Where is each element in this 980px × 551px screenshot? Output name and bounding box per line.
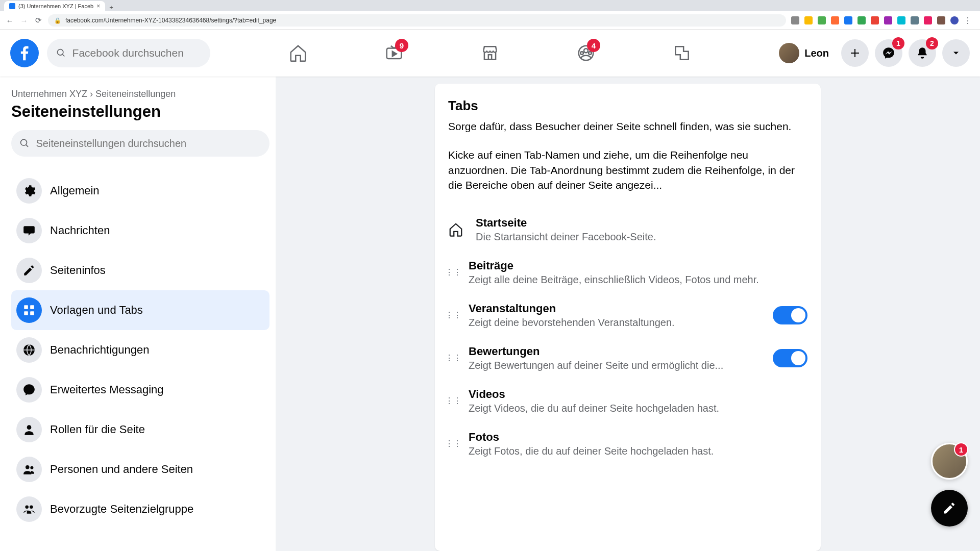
facebook-header: 9 4 Leon 1 2 xyxy=(0,30,980,77)
plus-icon xyxy=(849,47,861,59)
profile-name: Leon xyxy=(804,47,829,59)
tab-row-videos[interactable]: ⋮⋮ Videos Zeigt Videos, die du auf deine… xyxy=(448,380,807,422)
card-heading: Tabs xyxy=(448,98,807,114)
drag-handle-icon[interactable]: ⋮⋮ xyxy=(448,271,458,274)
ext-icon[interactable] xyxy=(924,16,932,24)
chat-icon xyxy=(16,218,42,243)
tab-row-veranstaltungen[interactable]: ⋮⋮ Veranstaltungen Zeigt deine bevorsteh… xyxy=(448,294,807,337)
nav-gaming[interactable] xyxy=(636,35,728,71)
gaming-icon xyxy=(672,43,692,63)
close-tab-icon[interactable]: × xyxy=(96,3,100,10)
sidebar-item-allgemein[interactable]: Allgemein xyxy=(11,171,270,211)
profile-chip[interactable]: Leon xyxy=(773,40,835,66)
svg-rect-12 xyxy=(24,305,28,309)
extension-icons: ⋮ xyxy=(791,16,975,26)
ext-icon[interactable] xyxy=(897,16,905,24)
tab-row-beitraege[interactable]: ⋮⋮ Beiträge Zeigt alle deine Beiträge, e… xyxy=(448,251,807,294)
ext-icon[interactable] xyxy=(911,16,919,24)
ext-icon[interactable] xyxy=(884,16,892,24)
ext-icon[interactable] xyxy=(844,16,852,24)
svg-point-9 xyxy=(589,52,592,55)
floating-new-message-button[interactable] xyxy=(931,490,968,527)
messenger-badge: 1 xyxy=(892,37,904,49)
grid-icon xyxy=(16,297,42,323)
person-icon xyxy=(16,417,42,442)
drag-handle-icon[interactable]: ⋮⋮ xyxy=(448,357,458,360)
drag-handle-icon[interactable]: ⋮⋮ xyxy=(448,399,458,403)
sidebar-item-erweitertes-messaging[interactable]: Erweitertes Messaging xyxy=(11,370,270,410)
ext-icon[interactable] xyxy=(791,16,799,24)
sidebar-item-label: Benachrichtigungen xyxy=(50,343,149,357)
tab-row-bewertungen[interactable]: ⋮⋮ Bewertungen Zeigt Bewertungen auf dei… xyxy=(448,337,807,380)
search-input[interactable] xyxy=(72,47,201,59)
right-nav: Leon 1 2 xyxy=(773,39,970,67)
groups-badge: 4 xyxy=(587,39,600,52)
toggle-switch[interactable] xyxy=(773,349,807,367)
facebook-search[interactable] xyxy=(47,39,210,67)
svg-point-20 xyxy=(25,505,29,509)
breadcrumb: Unternehmen XYZ › Seiteneinstellungen xyxy=(11,89,270,99)
sidebar-item-personen[interactable]: Personen und andere Seiten xyxy=(11,449,270,489)
breadcrumb-page-link[interactable]: Unternehmen XYZ xyxy=(11,89,87,99)
back-button[interactable]: ← xyxy=(5,16,14,25)
globe-icon xyxy=(16,337,42,363)
tabs-card: Tabs Sorge dafür, dass Besucher deiner S… xyxy=(435,84,821,551)
account-menu-button[interactable] xyxy=(942,39,970,67)
address-bar[interactable]: 🔒 facebook.com/Unternehmen-XYZ-104338234… xyxy=(48,14,786,27)
tab-subtitle: Die Startansicht deiner Facebook-Seite. xyxy=(476,231,807,243)
messenger-button[interactable]: 1 xyxy=(875,39,902,67)
nav-watch[interactable]: 9 xyxy=(348,35,440,71)
url-text: facebook.com/Unternehmen-XYZ-10433823463… xyxy=(65,17,276,24)
sidebar-item-label: Seiteninfos xyxy=(50,264,106,277)
sidebar-item-vorlagen-tabs[interactable]: Vorlagen und Tabs xyxy=(11,290,270,330)
messenger-icon xyxy=(882,46,895,60)
forward-button[interactable]: → xyxy=(19,16,29,25)
menu-icon[interactable]: ⋮ xyxy=(964,16,972,26)
ext-icon[interactable] xyxy=(831,16,839,24)
tab-row-startseite[interactable]: Startseite Die Startansicht deiner Faceb… xyxy=(448,208,807,251)
toggle-switch[interactable] xyxy=(773,306,807,324)
card-description: Sorge dafür, dass Besucher deiner Seite … xyxy=(448,119,807,134)
address-row: ← → ⟳ 🔒 facebook.com/Unternehmen-XYZ-104… xyxy=(0,11,980,30)
svg-point-10 xyxy=(21,139,27,145)
ext-icon[interactable] xyxy=(804,16,813,24)
nav-groups[interactable]: 4 xyxy=(540,35,632,71)
new-tab-button[interactable]: + xyxy=(105,4,117,11)
sidebar-item-rollen[interactable]: Rollen für die Seite xyxy=(11,410,270,449)
reload-button[interactable]: ⟳ xyxy=(34,16,43,25)
ext-icon[interactable] xyxy=(818,16,826,24)
sidebar-search[interactable] xyxy=(11,130,270,157)
sidebar-item-seiteninfos[interactable]: Seiteninfos xyxy=(11,251,270,290)
sidebar-search-input[interactable] xyxy=(36,138,261,149)
tab-title: Videos xyxy=(469,388,807,401)
chat-badge: 1 xyxy=(954,442,968,457)
home-icon xyxy=(448,222,465,237)
svg-point-17 xyxy=(27,425,32,430)
tab-title: Beiträge xyxy=(469,259,807,272)
sidebar-item-nachrichten[interactable]: Nachrichten xyxy=(11,211,270,251)
sidebar-item-benachrichtigungen[interactable]: Benachrichtigungen xyxy=(11,330,270,370)
svg-point-19 xyxy=(30,466,33,469)
avatar xyxy=(779,43,799,63)
notifications-button[interactable]: 2 xyxy=(909,39,936,67)
nav-marketplace[interactable] xyxy=(444,35,536,71)
drag-handle-icon[interactable]: ⋮⋮ xyxy=(448,442,458,445)
drag-handle-icon[interactable]: ⋮⋮ xyxy=(448,314,458,317)
facebook-logo[interactable] xyxy=(10,39,39,67)
marketplace-icon xyxy=(480,43,500,63)
tab-subtitle: Zeigt alle deine Beiträge, einschließlic… xyxy=(469,274,807,286)
facebook-favicon xyxy=(9,3,15,9)
floating-chat-avatar[interactable]: 1 xyxy=(931,443,968,480)
sidebar-item-zielgruppe[interactable]: Bevorzugte Seitenzielgruppe xyxy=(11,489,270,529)
svg-line-1 xyxy=(62,54,64,56)
browser-tab[interactable]: (3) Unternehmen XYZ | Faceb × xyxy=(4,1,105,11)
nav-home[interactable] xyxy=(252,35,344,71)
svg-point-8 xyxy=(580,52,583,55)
profile-icon[interactable] xyxy=(950,16,959,24)
tab-row-fotos[interactable]: ⋮⋮ Fotos Zeigt Fotos, die du auf deiner … xyxy=(448,422,807,465)
ext-icon[interactable] xyxy=(857,16,866,24)
svg-point-18 xyxy=(26,465,30,469)
ext-icon[interactable] xyxy=(871,16,879,24)
ext-icon[interactable] xyxy=(937,16,945,24)
create-button[interactable] xyxy=(841,39,869,67)
